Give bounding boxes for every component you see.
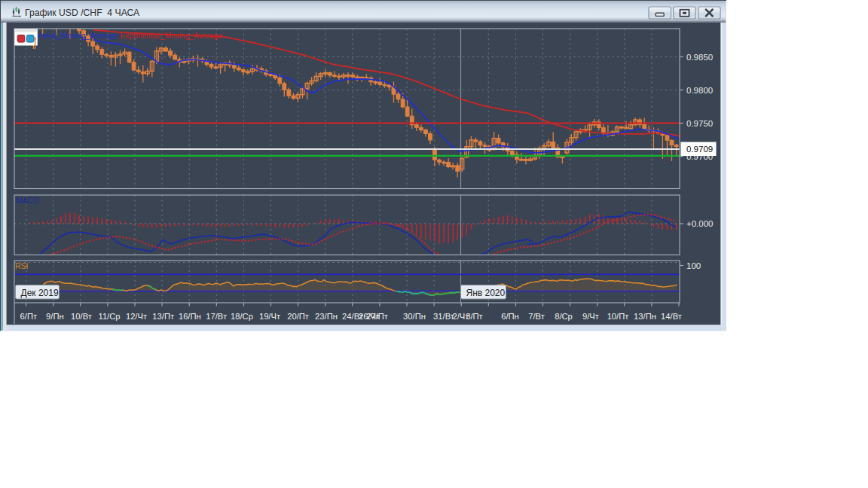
svg-text:23/Пн: 23/Пн xyxy=(315,312,338,321)
svg-text:13/Пн: 13/Пн xyxy=(634,312,656,321)
svg-text:ential_Moving_Average: ential_Moving_Average xyxy=(38,32,119,40)
svg-text:0.9800: 0.9800 xyxy=(686,86,713,95)
svg-text:20/Пт: 20/Пт xyxy=(287,312,309,321)
svg-text:19/Чт: 19/Чт xyxy=(259,312,280,321)
svg-text:9/Чт: 9/Чт xyxy=(582,312,599,321)
svg-text:0.9750: 0.9750 xyxy=(686,119,713,128)
svg-text:Янв 2020: Янв 2020 xyxy=(466,288,506,298)
svg-text:18/Ср: 18/Ср xyxy=(231,312,253,321)
svg-text:10/Вт: 10/Вт xyxy=(71,312,92,321)
svg-text:9/Пн: 9/Пн xyxy=(46,312,64,321)
svg-text:12/Чт: 12/Чт xyxy=(126,312,147,321)
svg-text:Exponential_Moving_Average: Exponential_Moving_Average xyxy=(121,32,223,40)
svg-text:6/Пт: 6/Пт xyxy=(20,312,38,321)
svg-text:3/Пт: 3/Пт xyxy=(466,312,483,321)
svg-text:17/Вт: 17/Вт xyxy=(206,312,227,321)
svg-text:7/Вт: 7/Вт xyxy=(528,312,545,321)
svg-text:11/Ср: 11/Ср xyxy=(98,312,120,321)
svg-text:0.9850: 0.9850 xyxy=(686,53,713,62)
svg-text:31/Вт: 31/Вт xyxy=(433,312,454,321)
svg-text:30/Пн: 30/Пн xyxy=(403,312,426,321)
svg-text:Дек 2019: Дек 2019 xyxy=(21,288,59,298)
svg-text:13/Пт: 13/Пт xyxy=(152,312,174,321)
svg-text:16/Пн: 16/Пн xyxy=(179,312,201,321)
svg-text:0.9709: 0.9709 xyxy=(686,145,713,154)
svg-text:График USD /CHF 4 ЧАСА: График USD /CHF 4 ЧАСА xyxy=(25,8,140,18)
svg-text:8/Ср: 8/Ср xyxy=(555,312,573,321)
svg-text:100: 100 xyxy=(686,261,701,270)
svg-text:14/Вт: 14/Вт xyxy=(661,312,682,321)
svg-text:MACD: MACD xyxy=(16,196,39,205)
svg-text:RSI: RSI xyxy=(15,261,29,270)
svg-text:6/Пн: 6/Пн xyxy=(501,312,519,321)
svg-text:10/Пт: 10/Пт xyxy=(607,312,629,321)
svg-text:27/Пт: 27/Пт xyxy=(366,312,388,321)
svg-text:+0.000: +0.000 xyxy=(686,219,714,228)
